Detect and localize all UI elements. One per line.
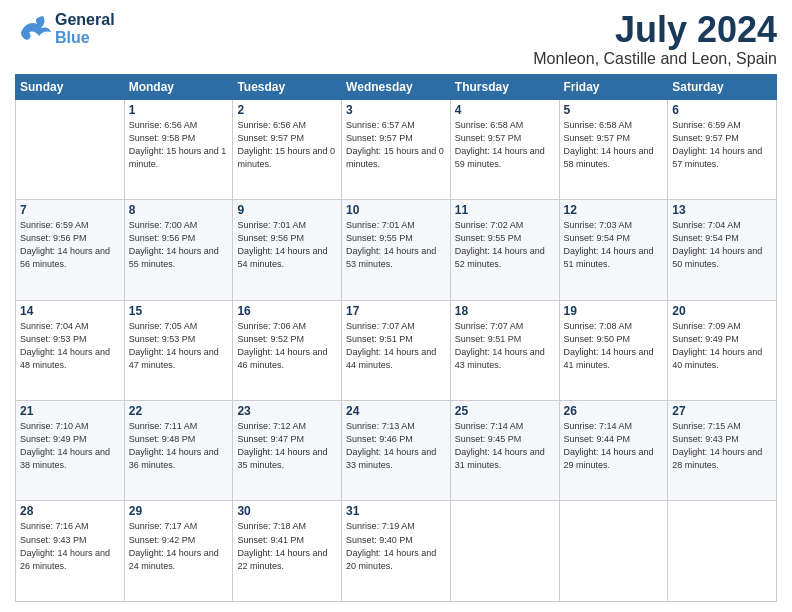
sunrise-text: Sunrise: 7:19 AM — [346, 521, 415, 531]
daylight-text: Daylight: 14 hours and 31 minutes. — [455, 447, 545, 470]
calendar-week-1: 1 Sunrise: 6:56 AM Sunset: 9:58 PM Dayli… — [16, 99, 777, 199]
sunset-text: Sunset: 9:57 PM — [455, 133, 522, 143]
day-number: 2 — [237, 103, 337, 117]
month-title: July 2024 — [533, 10, 777, 50]
sunset-text: Sunset: 9:42 PM — [129, 535, 196, 545]
sunset-text: Sunset: 9:53 PM — [129, 334, 196, 344]
day-info: Sunrise: 7:19 AM Sunset: 9:40 PM Dayligh… — [346, 520, 446, 572]
day-number: 6 — [672, 103, 772, 117]
day-info: Sunrise: 7:07 AM Sunset: 9:51 PM Dayligh… — [455, 320, 555, 372]
daylight-text: Daylight: 14 hours and 36 minutes. — [129, 447, 219, 470]
daylight-text: Daylight: 14 hours and 58 minutes. — [564, 146, 654, 169]
sunrise-text: Sunrise: 7:09 AM — [672, 321, 741, 331]
sunrise-text: Sunrise: 7:01 AM — [346, 220, 415, 230]
header: General Blue July 2024 Monleon, Castille… — [15, 10, 777, 68]
day-info: Sunrise: 7:00 AM Sunset: 9:56 PM Dayligh… — [129, 219, 229, 271]
day-number: 28 — [20, 504, 120, 518]
calendar-cell: 28 Sunrise: 7:16 AM Sunset: 9:43 PM Dayl… — [16, 501, 125, 602]
sunset-text: Sunset: 9:43 PM — [672, 434, 739, 444]
calendar-cell: 6 Sunrise: 6:59 AM Sunset: 9:57 PM Dayli… — [668, 99, 777, 199]
sunrise-text: Sunrise: 7:15 AM — [672, 421, 741, 431]
day-number: 30 — [237, 504, 337, 518]
daylight-text: Daylight: 14 hours and 24 minutes. — [129, 548, 219, 571]
sunrise-text: Sunrise: 7:17 AM — [129, 521, 198, 531]
day-info: Sunrise: 7:02 AM Sunset: 9:55 PM Dayligh… — [455, 219, 555, 271]
sunrise-text: Sunrise: 7:18 AM — [237, 521, 306, 531]
calendar-cell: 30 Sunrise: 7:18 AM Sunset: 9:41 PM Dayl… — [233, 501, 342, 602]
sunrise-text: Sunrise: 6:59 AM — [672, 120, 741, 130]
calendar-cell — [559, 501, 668, 602]
calendar-cell: 31 Sunrise: 7:19 AM Sunset: 9:40 PM Dayl… — [342, 501, 451, 602]
calendar-cell: 19 Sunrise: 7:08 AM Sunset: 9:50 PM Dayl… — [559, 300, 668, 400]
day-number: 7 — [20, 203, 120, 217]
calendar-cell: 14 Sunrise: 7:04 AM Sunset: 9:53 PM Dayl… — [16, 300, 125, 400]
daylight-text: Daylight: 14 hours and 52 minutes. — [455, 246, 545, 269]
day-number: 10 — [346, 203, 446, 217]
day-info: Sunrise: 7:08 AM Sunset: 9:50 PM Dayligh… — [564, 320, 664, 372]
sunrise-text: Sunrise: 7:16 AM — [20, 521, 89, 531]
sunrise-text: Sunrise: 6:58 AM — [564, 120, 633, 130]
day-number: 23 — [237, 404, 337, 418]
sunset-text: Sunset: 9:49 PM — [20, 434, 87, 444]
sunrise-text: Sunrise: 6:56 AM — [129, 120, 198, 130]
calendar-cell: 18 Sunrise: 7:07 AM Sunset: 9:51 PM Dayl… — [450, 300, 559, 400]
sunset-text: Sunset: 9:54 PM — [564, 233, 631, 243]
day-number: 4 — [455, 103, 555, 117]
day-number: 3 — [346, 103, 446, 117]
day-info: Sunrise: 6:56 AM Sunset: 9:58 PM Dayligh… — [129, 119, 229, 171]
sunset-text: Sunset: 9:41 PM — [237, 535, 304, 545]
day-number: 22 — [129, 404, 229, 418]
logo-blue: Blue — [55, 29, 115, 47]
sunset-text: Sunset: 9:52 PM — [237, 334, 304, 344]
day-info: Sunrise: 7:04 AM Sunset: 9:53 PM Dayligh… — [20, 320, 120, 372]
day-number: 31 — [346, 504, 446, 518]
day-info: Sunrise: 7:03 AM Sunset: 9:54 PM Dayligh… — [564, 219, 664, 271]
day-number: 29 — [129, 504, 229, 518]
sunrise-text: Sunrise: 7:04 AM — [20, 321, 89, 331]
day-number: 20 — [672, 304, 772, 318]
calendar-week-3: 14 Sunrise: 7:04 AM Sunset: 9:53 PM Dayl… — [16, 300, 777, 400]
calendar-cell: 8 Sunrise: 7:00 AM Sunset: 9:56 PM Dayli… — [124, 200, 233, 300]
daylight-text: Daylight: 15 hours and 0 minutes. — [237, 146, 335, 169]
sunset-text: Sunset: 9:56 PM — [237, 233, 304, 243]
day-number: 9 — [237, 203, 337, 217]
page: General Blue July 2024 Monleon, Castille… — [0, 0, 792, 612]
sunrise-text: Sunrise: 7:12 AM — [237, 421, 306, 431]
daylight-text: Daylight: 14 hours and 20 minutes. — [346, 548, 436, 571]
sunset-text: Sunset: 9:49 PM — [672, 334, 739, 344]
calendar-header-row: Sunday Monday Tuesday Wednesday Thursday… — [16, 74, 777, 99]
day-info: Sunrise: 6:58 AM Sunset: 9:57 PM Dayligh… — [564, 119, 664, 171]
sunset-text: Sunset: 9:58 PM — [129, 133, 196, 143]
daylight-text: Daylight: 14 hours and 43 minutes. — [455, 347, 545, 370]
sunrise-text: Sunrise: 6:56 AM — [237, 120, 306, 130]
header-wednesday: Wednesday — [342, 74, 451, 99]
daylight-text: Daylight: 14 hours and 55 minutes. — [129, 246, 219, 269]
sunset-text: Sunset: 9:45 PM — [455, 434, 522, 444]
day-number: 24 — [346, 404, 446, 418]
logo-text: General Blue — [55, 11, 115, 46]
calendar-table: Sunday Monday Tuesday Wednesday Thursday… — [15, 74, 777, 602]
daylight-text: Daylight: 14 hours and 35 minutes. — [237, 447, 327, 470]
day-info: Sunrise: 7:06 AM Sunset: 9:52 PM Dayligh… — [237, 320, 337, 372]
day-info: Sunrise: 6:59 AM Sunset: 9:57 PM Dayligh… — [672, 119, 772, 171]
day-number: 19 — [564, 304, 664, 318]
sunrise-text: Sunrise: 7:07 AM — [455, 321, 524, 331]
day-number: 14 — [20, 304, 120, 318]
sunrise-text: Sunrise: 7:07 AM — [346, 321, 415, 331]
daylight-text: Daylight: 14 hours and 57 minutes. — [672, 146, 762, 169]
sunrise-text: Sunrise: 7:14 AM — [564, 421, 633, 431]
daylight-text: Daylight: 14 hours and 56 minutes. — [20, 246, 110, 269]
sunrise-text: Sunrise: 7:02 AM — [455, 220, 524, 230]
calendar-cell: 12 Sunrise: 7:03 AM Sunset: 9:54 PM Dayl… — [559, 200, 668, 300]
calendar-week-4: 21 Sunrise: 7:10 AM Sunset: 9:49 PM Dayl… — [16, 401, 777, 501]
daylight-text: Daylight: 14 hours and 28 minutes. — [672, 447, 762, 470]
day-number: 13 — [672, 203, 772, 217]
calendar-cell — [450, 501, 559, 602]
sunset-text: Sunset: 9:40 PM — [346, 535, 413, 545]
sunrise-text: Sunrise: 7:01 AM — [237, 220, 306, 230]
logo-general: General — [55, 11, 115, 29]
day-info: Sunrise: 7:17 AM Sunset: 9:42 PM Dayligh… — [129, 520, 229, 572]
daylight-text: Daylight: 14 hours and 48 minutes. — [20, 347, 110, 370]
sunrise-text: Sunrise: 7:04 AM — [672, 220, 741, 230]
header-saturday: Saturday — [668, 74, 777, 99]
